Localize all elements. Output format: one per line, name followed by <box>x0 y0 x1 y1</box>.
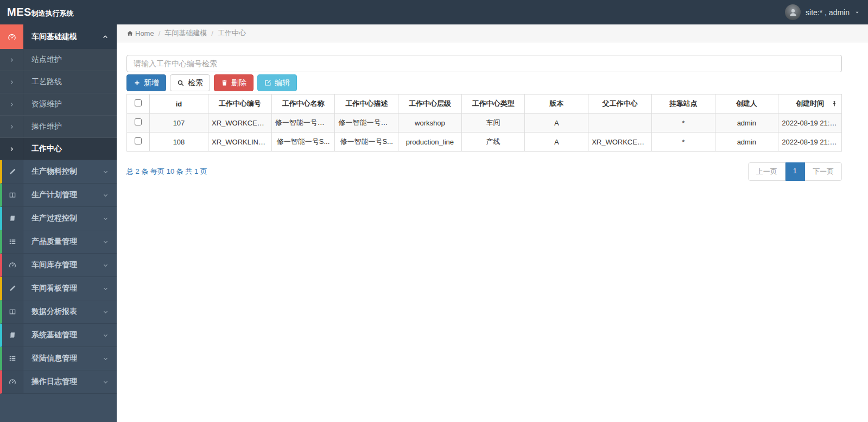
chevron-right-icon <box>0 71 23 93</box>
sidebar-item-workshop-modeling[interactable]: 车间基础建模 <box>0 24 117 49</box>
breadcrumb-home[interactable]: Home <box>126 29 154 37</box>
next-page-button[interactable]: 下一页 <box>805 162 842 181</box>
sidebar-item-process-control[interactable]: 生产过程控制 <box>0 207 117 230</box>
cell-id: 107 <box>150 114 208 133</box>
cell-description: 修一智能一号车间 <box>335 114 398 133</box>
column-header-code[interactable]: 工作中心编号 <box>208 95 272 114</box>
sidebar-subitem-label: 操作维护 <box>23 122 62 131</box>
sidebar-subitem-resource-maintenance[interactable]: 资源维护 <box>0 93 117 116</box>
pencil-icon <box>2 277 23 300</box>
chevron-right-icon <box>0 49 23 71</box>
caret-down-icon <box>854 10 860 15</box>
column-header-created-time[interactable]: 创建时间 <box>778 95 842 114</box>
chevron-down-icon <box>103 286 109 292</box>
chevron-down-icon <box>103 309 109 315</box>
sidebar-item-analytics-reports[interactable]: 数据分析报表 <box>0 300 117 324</box>
app-brand[interactable]: MES 制造执行系统 <box>7 6 74 18</box>
sidebar-item-material-control[interactable]: 生产物料控制 <box>0 160 117 184</box>
sidebar-subitem-process-route[interactable]: 工艺路线 <box>0 71 117 93</box>
cell-description: 修一智能一号S... <box>335 133 398 152</box>
content: 新增 检索 删除 编辑 id 工作中心 <box>117 42 868 181</box>
user-menu[interactable]: site:* , admin <box>785 4 860 20</box>
search-icon <box>177 79 185 87</box>
chevron-down-icon <box>103 262 109 268</box>
tachometer-icon <box>0 24 23 49</box>
sidebar-item-label: 车间基础建模 <box>23 32 102 42</box>
sidebar-item-label: 数据分析报表 <box>23 307 103 317</box>
chevron-down-icon <box>103 356 109 362</box>
breadcrumb-level2: 工作中心 <box>218 28 246 38</box>
cell-code: XR_WORKLINE... <box>208 133 272 152</box>
breadcrumb-separator: / <box>211 29 213 37</box>
trash-icon <box>221 79 228 86</box>
table-row: 108 XR_WORKLINE... 修一智能一号S... 修一智能一号S...… <box>127 133 842 152</box>
page-1-button[interactable]: 1 <box>785 162 805 181</box>
chevron-up-icon <box>102 34 109 40</box>
row-checkbox[interactable] <box>135 118 142 125</box>
sidebar-item-plan-management[interactable]: 生产计划管理 <box>0 184 117 207</box>
sidebar-item-kanban-management[interactable]: 车间看板管理 <box>0 277 117 300</box>
column-header-id[interactable]: id <box>150 95 208 114</box>
cell-level: workshop <box>398 114 462 133</box>
column-header-name[interactable]: 工作中心名称 <box>271 95 335 114</box>
sidebar-item-label: 生产计划管理 <box>23 190 103 200</box>
cell-creator: admin <box>715 133 778 152</box>
search-button[interactable]: 检索 <box>170 74 210 91</box>
delete-button[interactable]: 删除 <box>214 74 254 91</box>
sidebar-subitem-station-maintenance[interactable]: 站点维护 <box>0 49 117 71</box>
cell-name: 修一智能一号车间 <box>271 114 335 133</box>
cell-type: 产线 <box>461 133 525 152</box>
column-header-type[interactable]: 工作中心类型 <box>461 95 525 114</box>
breadcrumb-level1[interactable]: 车间基础建模 <box>164 28 207 38</box>
work-center-table: id 工作中心编号 工作中心名称 工作中心描述 工作中心层级 工作中心类型 版本… <box>126 94 842 152</box>
select-all-checkbox[interactable] <box>135 99 142 106</box>
chevron-down-icon <box>103 192 109 198</box>
cell-station: * <box>651 114 715 133</box>
sidebar-item-operation-log-management[interactable]: 操作日志管理 <box>0 370 117 394</box>
search-input[interactable] <box>126 55 842 72</box>
sidebar-item-system-management[interactable]: 系统基础管理 <box>0 324 117 347</box>
sidebar-item-quality-management[interactable]: 产品质量管理 <box>0 230 117 254</box>
brand-mes: MES <box>7 6 31 18</box>
column-header-level[interactable]: 工作中心层级 <box>398 95 462 114</box>
column-header-parent[interactable]: 父工作中心 <box>588 95 652 114</box>
breadcrumb: Home / 车间基础建模 / 工作中心 <box>117 24 868 42</box>
sidebar-item-login-info-management[interactable]: 登陆信息管理 <box>0 347 117 370</box>
edit-button-label: 编辑 <box>275 78 290 88</box>
column-header-description[interactable]: 工作中心描述 <box>335 95 398 114</box>
sidebar-item-label: 产品质量管理 <box>23 237 103 247</box>
sidebar-subitem-work-center[interactable]: 工作中心 <box>0 138 117 160</box>
select-all-cell <box>127 95 150 114</box>
list-icon <box>2 230 23 253</box>
avatar <box>785 4 801 20</box>
sidebar-item-label: 系统基础管理 <box>23 330 103 340</box>
sidebar-subitem-operation-maintenance[interactable]: 操作维护 <box>0 116 117 138</box>
chevron-right-icon <box>0 116 23 137</box>
cell-station: * <box>651 133 715 152</box>
add-button[interactable]: 新增 <box>126 74 166 91</box>
sidebar: 车间基础建模 站点维护 工艺路线 资源维护 操作维护 工作中心 生产物料控制 生… <box>0 24 117 422</box>
breadcrumb-home-label: Home <box>135 29 154 37</box>
tachometer-icon <box>2 254 23 276</box>
chevron-right-icon <box>0 138 23 160</box>
pin-icon[interactable] <box>831 100 838 107</box>
pager: 上一页 1 下一页 <box>748 162 842 181</box>
column-header-label: 创建时间 <box>796 99 824 108</box>
cell-version: A <box>525 133 588 152</box>
sidebar-item-label: 操作日志管理 <box>23 377 103 387</box>
prev-page-button[interactable]: 上一页 <box>748 162 785 181</box>
column-header-station[interactable]: 挂靠站点 <box>651 95 715 114</box>
column-header-version[interactable]: 版本 <box>525 95 588 114</box>
sidebar-item-label: 生产物料控制 <box>23 167 103 177</box>
edit-button[interactable]: 编辑 <box>257 74 297 91</box>
columns-icon <box>2 300 23 323</box>
sidebar-item-label: 登陆信息管理 <box>23 354 103 363</box>
row-checkbox[interactable] <box>135 137 142 144</box>
cell-code: XR_WORKCEN... <box>208 114 272 133</box>
chevron-down-icon <box>103 169 109 175</box>
sidebar-item-inventory-management[interactable]: 车间库存管理 <box>0 254 117 277</box>
column-header-creator[interactable]: 创建人 <box>715 95 778 114</box>
chevron-down-icon <box>103 332 109 338</box>
table-header-row: id 工作中心编号 工作中心名称 工作中心描述 工作中心层级 工作中心类型 版本… <box>127 95 842 114</box>
cell-type: 车间 <box>461 114 525 133</box>
